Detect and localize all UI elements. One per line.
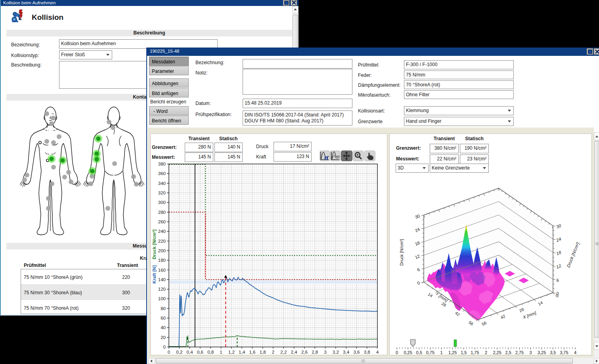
svg-text:3: 3 [529,350,532,355]
svg-text:3: 3 [324,350,326,354]
svg-text:56: 56 [468,320,475,326]
svg-text:1,4: 1,4 [239,350,245,354]
svg-text:220: 220 [158,239,166,244]
svg-text:2,8: 2,8 [312,350,318,354]
svg-text:20: 20 [161,335,166,340]
svg-text:56: 56 [481,320,487,326]
svg-text:2,4: 2,4 [291,350,298,354]
svg-text:2,2: 2,2 [280,350,287,354]
svg-text:2,6: 2,6 [301,350,308,354]
svg-text:40: 40 [161,325,166,330]
svg-text:1,2: 1,2 [228,350,235,354]
svg-text:80: 80 [161,306,166,311]
svg-text:1,5: 1,5 [461,350,467,355]
svg-text:6: 6 [417,267,421,272]
svg-text:120: 120 [158,287,166,292]
svg-text:1: 1 [220,350,222,354]
svg-text:14: 14 [537,300,544,306]
svg-text:360: 360 [158,171,166,176]
svg-text:24: 24 [414,227,421,233]
svg-text:2,75: 2,75 [515,350,524,355]
svg-text:0: 0 [163,345,166,349]
svg-text:0,75: 0,75 [426,350,434,355]
svg-text:30: 30 [555,223,562,229]
svg-text:12: 12 [555,263,562,270]
svg-text:380: 380 [158,162,166,166]
svg-text:0: 0 [168,350,170,354]
svg-text:240: 240 [158,229,166,234]
svg-text:300: 300 [158,200,166,205]
svg-text:140: 140 [158,277,166,282]
svg-text:42: 42 [499,313,506,320]
svg-text:1,6: 1,6 [249,350,255,354]
svg-text:3,25: 3,25 [538,350,546,355]
svg-text:100: 100 [158,296,166,301]
svg-text:24: 24 [555,236,562,243]
svg-text:Kraft [N]: Kraft [N] [152,265,157,284]
svg-text:320: 320 [158,191,166,195]
svg-text:Druck [N/cm²]: Druck [N/cm²] [399,239,404,265]
svg-text:0: 0 [417,280,421,286]
svg-text:18: 18 [555,250,562,256]
svg-text:14: 14 [427,292,434,298]
svg-text:0,6: 0,6 [197,350,203,354]
svg-text:0,5: 0,5 [416,350,422,355]
svg-text:6: 6 [555,277,560,283]
svg-text:X [mm]: X [mm] [522,310,537,320]
svg-text:1: 1 [440,350,442,355]
svg-text:0,2: 0,2 [176,350,182,354]
svg-text:3,75: 3,75 [560,350,568,355]
svg-text:0,8: 0,8 [207,350,214,354]
svg-text:4: 4 [574,350,576,355]
svg-text:1,75: 1,75 [471,350,479,355]
svg-text:2,25: 2,25 [493,350,501,355]
svg-text:60: 60 [161,316,166,320]
svg-text:18: 18 [414,240,421,246]
svg-text:0,4: 0,4 [187,350,193,354]
svg-text:200: 200 [158,248,166,253]
svg-text:2: 2 [485,350,487,355]
svg-text:1,25: 1,25 [448,350,457,355]
svg-text:3,6: 3,6 [353,350,360,354]
svg-text:12: 12 [414,253,421,260]
svg-text:Druck [N/cm²]: Druck [N/cm²] [566,241,580,268]
svg-text:280: 280 [158,210,166,215]
svg-text:30: 30 [414,213,421,220]
svg-text:2: 2 [272,350,274,354]
svg-text:3,2: 3,2 [333,350,339,354]
svg-text:3,8: 3,8 [364,350,370,354]
svg-text:180: 180 [158,258,166,263]
svg-text:4: 4 [376,350,379,354]
svg-text:0,25: 0,25 [404,350,412,355]
svg-text:340: 340 [158,181,166,186]
svg-text:42: 42 [454,311,461,317]
svg-text:0: 0 [396,350,398,355]
svg-text:3,5: 3,5 [550,350,556,355]
svg-text:160: 160 [158,268,166,273]
svg-text:2,5: 2,5 [505,350,511,355]
svg-text:260: 260 [158,219,166,224]
svg-text:3,4: 3,4 [343,350,350,354]
svg-text:1,8: 1,8 [260,350,266,354]
svg-text:28: 28 [519,307,525,313]
svg-text:Druck [N/cm²]: Druck [N/cm²] [152,229,157,259]
